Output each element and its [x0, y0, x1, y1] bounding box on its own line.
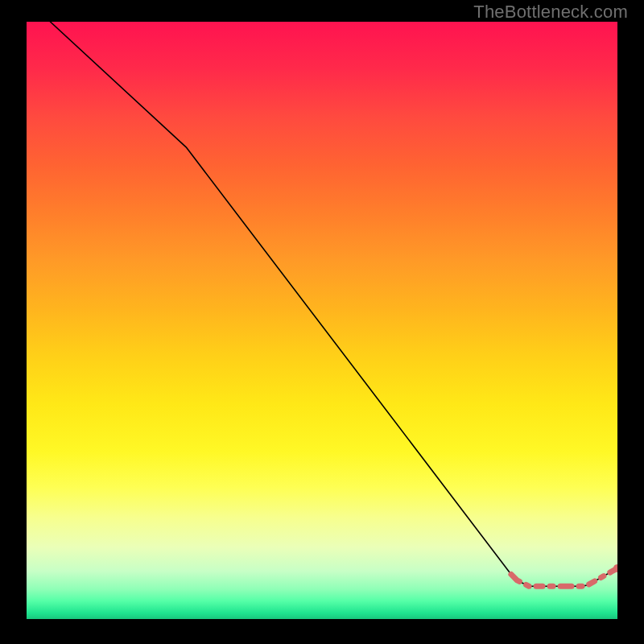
main-curve: [50, 22, 617, 586]
watermark-text: TheBottleneck.com: [473, 2, 628, 23]
main-curve-path: [50, 22, 617, 586]
valley-highlight: [511, 568, 617, 586]
chart-frame: TheBottleneck.com: [0, 0, 644, 644]
chart-overlay: [27, 22, 617, 619]
valley-highlight-path: [511, 568, 617, 586]
